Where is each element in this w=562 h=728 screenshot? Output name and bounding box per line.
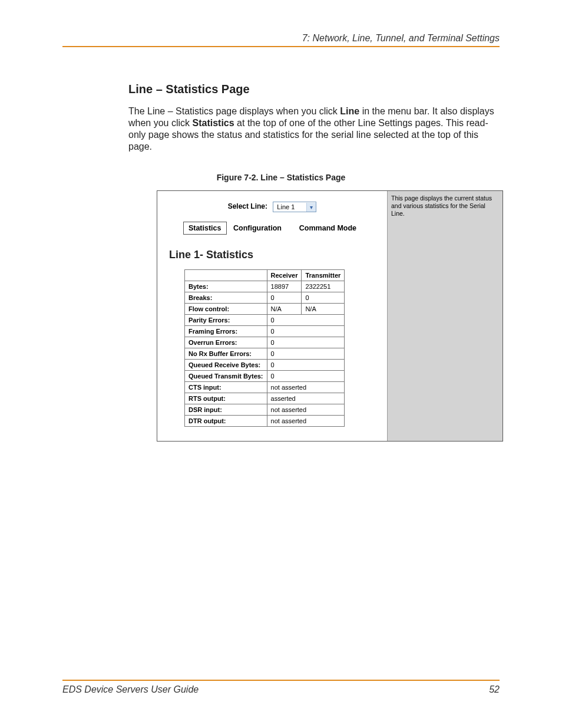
row-label: Bytes: xyxy=(185,281,267,292)
table-corner xyxy=(185,270,267,281)
row-label: DTR output: xyxy=(185,416,267,427)
figure-main-panel: Select Line: Line 1▾ Statistics Configur… xyxy=(157,191,387,441)
select-line-value: Line 1 xyxy=(273,202,306,212)
footer-guide: EDS Device Servers User Guide xyxy=(62,684,199,695)
table-row: Parity Errors:0 xyxy=(185,315,345,326)
cell-value: 0 xyxy=(267,360,345,371)
table-row: Breaks:00 xyxy=(185,292,345,304)
select-line-dropdown[interactable]: Line 1▾ xyxy=(273,202,316,212)
side-description: This page displays the current status an… xyxy=(391,195,492,217)
figure-container: Select Line: Line 1▾ Statistics Configur… xyxy=(157,190,503,442)
cell-receiver: 18897 xyxy=(267,281,302,292)
section-paragraph: The Line – Statistics page displays when… xyxy=(128,106,500,153)
table-row: Overrun Errors:0 xyxy=(185,337,345,348)
tab-statistics[interactable]: Statistics xyxy=(183,222,227,235)
row-label: Flow control: xyxy=(185,304,267,315)
cell-receiver: 0 xyxy=(267,292,302,304)
cell-value: asserted xyxy=(267,393,345,404)
row-label: Queued Receive Bytes: xyxy=(185,360,267,371)
row-label: Framing Errors: xyxy=(185,326,267,337)
section-heading: Line – Statistics Page xyxy=(128,83,500,96)
row-label: Overrun Errors: xyxy=(185,337,267,348)
row-label: DSR input: xyxy=(185,404,267,416)
cell-value: 0 xyxy=(267,326,345,337)
tab-command-mode[interactable]: Command Mode xyxy=(295,222,361,234)
cell-value: 0 xyxy=(267,371,345,382)
cell-transmitter: 0 xyxy=(302,292,345,304)
row-label: No Rx Buffer Errors: xyxy=(185,348,267,360)
table-row: DSR input:not asserted xyxy=(185,404,345,416)
col-receiver: Receiver xyxy=(267,270,302,281)
statistics-table: Receiver Transmitter Bytes:188972322251B… xyxy=(184,269,345,427)
table-row: No Rx Buffer Errors:0 xyxy=(185,348,345,360)
row-label: Parity Errors: xyxy=(185,315,267,326)
tab-configuration[interactable]: Configuration xyxy=(229,222,286,234)
table-row: Bytes:188972322251 xyxy=(185,281,345,292)
cell-value: not asserted xyxy=(267,404,345,416)
table-row: Queued Receive Bytes:0 xyxy=(185,360,345,371)
page-footer: EDS Device Servers User Guide 52 xyxy=(62,680,500,695)
table-row: Flow control:N/AN/A xyxy=(185,304,345,315)
table-row: RTS output:asserted xyxy=(185,393,345,404)
cell-value: 0 xyxy=(267,337,345,348)
page-header: 7: Network, Line, Tunnel, and Terminal S… xyxy=(62,33,500,47)
panel-heading: Line 1- Statistics xyxy=(169,249,378,261)
table-row: DTR output:not asserted xyxy=(185,416,345,427)
row-label: CTS input: xyxy=(185,382,267,393)
row-label: Queued Transmit Bytes: xyxy=(185,371,267,382)
para-bold-line: Line xyxy=(340,106,359,116)
chapter-title: 7: Network, Line, Tunnel, and Terminal S… xyxy=(62,33,500,44)
figure-caption: Figure 7-2. Line – Statistics Page xyxy=(62,173,500,182)
cell-value: not asserted xyxy=(267,416,345,427)
row-label: Breaks: xyxy=(185,292,267,304)
cell-value: not asserted xyxy=(267,382,345,393)
cell-transmitter: 2322251 xyxy=(302,281,345,292)
row-label: RTS output: xyxy=(185,393,267,404)
table-row: CTS input:not asserted xyxy=(185,382,345,393)
figure-side-panel: This page displays the current status an… xyxy=(387,191,503,441)
tabs-row: Statistics Configuration Command Mode xyxy=(167,222,378,235)
select-line-label: Select Line: xyxy=(228,202,267,210)
cell-value: 0 xyxy=(267,348,345,360)
cell-value: 0 xyxy=(267,315,345,326)
table-row: Queued Transmit Bytes:0 xyxy=(185,371,345,382)
chevron-down-icon: ▾ xyxy=(306,203,316,212)
footer-page-number: 52 xyxy=(489,684,500,695)
para-text: The Line – Statistics page displays when… xyxy=(128,106,340,116)
cell-receiver: N/A xyxy=(267,304,302,315)
table-row: Framing Errors:0 xyxy=(185,326,345,337)
cell-transmitter: N/A xyxy=(302,304,345,315)
select-line-row: Select Line: Line 1▾ xyxy=(167,202,378,212)
col-transmitter: Transmitter xyxy=(302,270,345,281)
para-bold-statistics: Statistics xyxy=(193,118,234,128)
